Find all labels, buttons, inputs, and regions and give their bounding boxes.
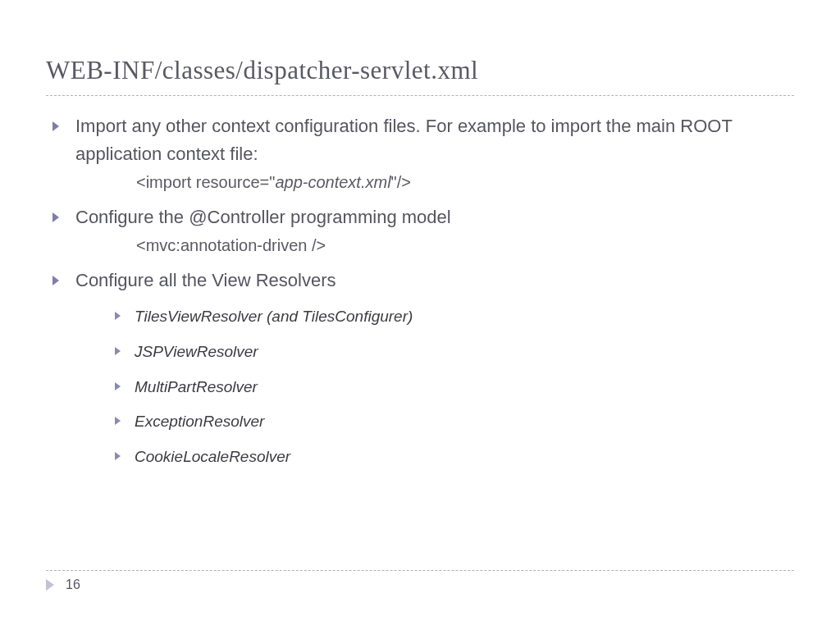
list-item: Configure the @Controller programming mo… bbox=[46, 203, 794, 231]
code-snippet: <import resource="app-context.xml"/> bbox=[46, 173, 794, 192]
page-title: WEB-INF/classes/dispatcher-servlet.xml bbox=[46, 56, 794, 85]
page-number: 16 bbox=[66, 578, 80, 592]
sub-list-item: CookieLocaleResolver bbox=[110, 446, 794, 468]
slide-footer: 16 bbox=[46, 570, 794, 592]
code-text: <mvc:annotation-driven /> bbox=[136, 236, 326, 254]
sub-list-item: ExceptionResolver bbox=[110, 411, 794, 433]
slide: WEB-INF/classes/dispatcher-servlet.xml I… bbox=[0, 0, 840, 630]
sub-list-item: MultiPartResolver bbox=[110, 377, 794, 399]
code-italic: app-context.xml bbox=[275, 173, 390, 191]
code-snippet: <mvc:annotation-driven /> bbox=[46, 236, 794, 255]
sub-list: TilesViewResolver (and TilesConfigurer) … bbox=[110, 306, 794, 468]
list-item: Configure all the View Resolvers TilesVi… bbox=[46, 267, 794, 468]
title-divider bbox=[46, 95, 794, 96]
caret-right-icon bbox=[46, 579, 54, 591]
list-item-text: Configure the @Controller programming mo… bbox=[75, 207, 451, 227]
sub-list-item: JSPViewResolver bbox=[110, 341, 794, 363]
footer-row: 16 bbox=[46, 578, 794, 592]
sub-list-item: TilesViewResolver (and TilesConfigurer) bbox=[110, 306, 794, 328]
list-item-text: Import any other context configuration f… bbox=[75, 116, 733, 164]
footer-divider bbox=[46, 570, 794, 571]
code-text: "/> bbox=[391, 173, 411, 191]
code-text: <import resource=" bbox=[136, 173, 275, 191]
list-item-text: Configure all the View Resolvers bbox=[75, 270, 336, 290]
bullet-list: Import any other context configuration f… bbox=[46, 112, 794, 468]
list-item: Import any other context configuration f… bbox=[46, 112, 794, 168]
